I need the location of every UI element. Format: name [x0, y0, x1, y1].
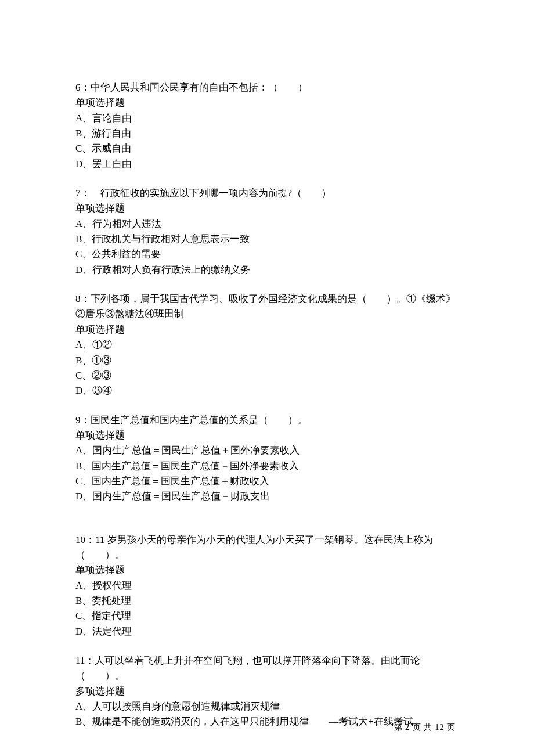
question-type: 多项选择题	[75, 684, 459, 699]
spacing	[75, 519, 459, 532]
question-block: 7： 行政征收的实施应以下列哪一项内容为前提?（ ）单项选择题A、行为相对人违法…	[75, 186, 459, 278]
question-stem: 6：中华人民共和国公民享有的自由不包括：（ ）	[75, 80, 459, 95]
question-type: 单项选择题	[75, 563, 459, 578]
question-stem: 10：11 岁男孩小天的母亲作为小天的代理人为小天买了一架钢琴。这在民法上称为（…	[75, 532, 459, 563]
question-option: C、公共利益的需要	[75, 247, 459, 262]
question-type: 单项选择题	[75, 95, 459, 110]
question-block: 6：中华人民共和国公民享有的自由不包括：（ ）单项选择题A、言论自由B、游行自由…	[75, 80, 459, 172]
question-option: D、③④	[75, 383, 459, 398]
question-option: A、言论自由	[75, 111, 459, 126]
question-option: B、国内生产总值＝国民生产总值－国外净要素收入	[75, 459, 459, 474]
question-stem: 8：下列各项，属于我国古代学习、吸收了外国经济文化成果的是（ ）。①《缀术》②唐…	[75, 291, 459, 322]
question-stem: 7： 行政征收的实施应以下列哪一项内容为前提?（ ）	[75, 186, 459, 201]
question-option: D、行政相对人负有行政法上的缴纳义务	[75, 262, 459, 278]
question-block: 9：国民生产总值和国内生产总值的关系是（ ）。单项选择题A、国内生产总值＝国民生…	[75, 413, 459, 505]
question-option: D、法定代理	[75, 624, 459, 639]
question-option: D、国内生产总值＝国民生产总值－财政支出	[75, 489, 459, 504]
question-option: A、人可以按照自身的意愿创造规律或消灭规律	[75, 699, 459, 714]
question-option: A、行为相对人违法	[75, 217, 459, 232]
question-type: 单项选择题	[75, 428, 459, 443]
question-block: 11：人可以坐着飞机上升并在空间飞翔，也可以撑开降落伞向下降落。由此而论（ ）。…	[75, 653, 459, 730]
question-option: B、①③	[75, 353, 459, 368]
question-option: C、指定代理	[75, 609, 459, 624]
question-stem: 9：国民生产总值和国内生产总值的关系是（ ）。	[75, 413, 459, 428]
question-option: B、委托处理	[75, 593, 459, 609]
question-option: A、国内生产总值＝国民生产总值＋国外净要素收入	[75, 443, 459, 458]
question-option: D、罢工自由	[75, 157, 459, 172]
question-type: 单项选择题	[75, 322, 459, 337]
page-content: 6：中华人民共和国公民享有的自由不包括：（ ）单项选择题A、言论自由B、游行自由…	[0, 0, 534, 730]
question-option: C、示威自由	[75, 141, 459, 156]
question-option: C、国内生产总值＝国民生产总值＋财政收入	[75, 474, 459, 489]
question-block: 8：下列各项，属于我国古代学习、吸收了外国经济文化成果的是（ ）。①《缀术》②唐…	[75, 291, 459, 398]
question-block: 10：11 岁男孩小天的母亲作为小天的代理人为小天买了一架钢琴。这在民法上称为（…	[75, 532, 459, 639]
question-option: B、行政机关与行政相对人意思表示一致	[75, 232, 459, 247]
question-option: A、授权代理	[75, 578, 459, 593]
question-option: A、①②	[75, 337, 459, 352]
question-option: B、游行自由	[75, 126, 459, 141]
page-footer: 第 2 页 共 12 页	[394, 721, 456, 734]
question-type: 单项选择题	[75, 201, 459, 216]
question-stem: 11：人可以坐着飞机上升并在空间飞翔，也可以撑开降落伞向下降落。由此而论（ ）。	[75, 653, 459, 684]
questions-container: 6：中华人民共和国公民享有的自由不包括：（ ）单项选择题A、言论自由B、游行自由…	[75, 80, 459, 730]
question-option: C、②③	[75, 368, 459, 383]
